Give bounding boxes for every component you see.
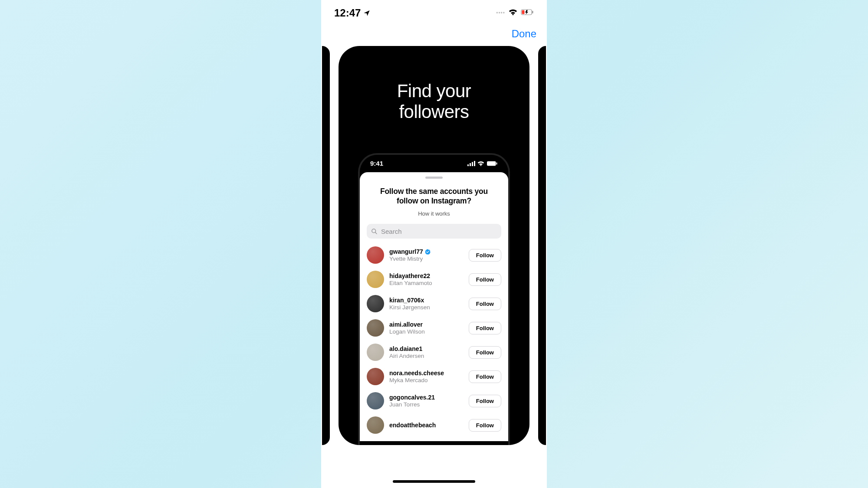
display-name: Juan Torres [389,401,464,408]
display-name: Yvette Mistry [389,255,464,262]
avatar[interactable] [367,271,384,288]
mockup-status-bar: 9:41 [360,155,508,172]
user-row[interactable]: alo.daiane1Airi AndersenFollow [367,340,501,364]
cellular-icon [467,161,475,166]
user-text: endoatthebeach [389,422,464,429]
display-name: Eitan Yamamoto [389,280,464,286]
svg-rect-6 [474,161,475,166]
preview-title-line: Find your [397,81,471,102]
follow-button[interactable]: Follow [469,419,501,432]
preview-card: Find your followers 9:41 Follow the same… [339,46,529,445]
follow-button[interactable]: Follow [469,346,501,359]
battery-icon [487,161,498,166]
user-text: aimi.alloverLogan Wilson [389,321,464,335]
user-text: alo.daiane1Airi Andersen [389,345,464,359]
username: gogoncalves.21 [389,394,464,401]
verified-badge-icon [425,249,431,255]
user-text: gogoncalves.21Juan Torres [389,394,464,408]
user-text: nora.needs.cheeseMyka Mercado [389,370,464,383]
user-list: gwangurl77Yvette MistryFollowhidayathere… [360,243,508,437]
username: endoatthebeach [389,422,464,429]
avatar[interactable] [367,416,384,434]
preview-title-line: followers [397,102,471,122]
search-icon [371,228,378,235]
mockup-time: 9:41 [370,160,383,167]
done-button[interactable]: Done [512,28,536,40]
display-name: Logan Wilson [389,328,464,335]
follow-button[interactable]: Follow [469,249,501,262]
user-row[interactable]: kiran_0706xKirsi JørgensenFollow [367,291,501,316]
location-icon [363,7,370,19]
search-container: Search [360,224,508,243]
svg-rect-3 [467,164,469,166]
username: alo.daiane1 [389,345,464,352]
status-left: 12:47 [334,7,370,19]
next-preview-card-edge[interactable] [538,46,546,445]
user-text: kiran_0706xKirsi Jørgensen [389,297,464,311]
display-name: Kirsi Jørgensen [389,304,464,311]
svg-rect-5 [472,162,473,166]
home-indicator[interactable] [393,480,475,483]
username: hidayathere22 [389,272,464,279]
wifi-icon [509,9,517,17]
sheet-title: Follow the same accounts you follow on I… [360,187,508,206]
username: aimi.allover [389,321,464,328]
follow-button[interactable]: Follow [469,298,501,310]
username: nora.needs.cheese [389,370,464,377]
how-it-works-link[interactable]: How it works [360,210,508,217]
avatar[interactable] [367,392,384,409]
display-name: Airi Andersen [389,353,464,359]
status-right: •••• [496,9,534,17]
avatar[interactable] [367,344,384,361]
mockup-phone: 9:41 Follow the same accounts you follow… [358,153,510,445]
status-time: 12:47 [334,7,361,19]
avatar[interactable] [367,246,384,264]
nav-bar: Done [321,26,547,46]
user-row[interactable]: gogoncalves.21Juan TorresFollow [367,389,501,413]
user-row[interactable]: aimi.alloverLogan WilsonFollow [367,316,501,340]
prev-preview-card-edge[interactable] [322,46,330,445]
drag-handle[interactable] [425,177,443,179]
user-row[interactable]: nora.needs.cheeseMyka MercadoFollow [367,364,501,389]
user-row[interactable]: hidayathere22Eitan YamamotoFollow [367,267,501,291]
username: gwangurl77 [389,248,464,255]
avatar[interactable] [367,295,384,312]
user-row[interactable]: endoatthebeachFollow [367,413,501,437]
follow-button[interactable]: Follow [469,322,501,334]
svg-rect-8 [496,162,497,164]
status-bar: 12:47 •••• [321,0,547,26]
svg-rect-2 [532,11,533,13]
preview-carousel[interactable]: Find your followers 9:41 Follow the same… [321,46,547,449]
follow-button[interactable]: Follow [469,273,501,286]
follow-button[interactable]: Follow [469,395,501,407]
user-text: hidayathere22Eitan Yamamoto [389,272,464,286]
follow-button[interactable]: Follow [469,370,501,383]
svg-line-10 [375,232,377,233]
app-store-preview-screen: 12:47 •••• Done Find your followers [321,0,547,488]
svg-rect-1 [522,10,525,14]
search-placeholder: Search [381,228,402,235]
display-name: Myka Mercado [389,377,464,383]
find-followers-sheet: Follow the same accounts you follow on I… [360,172,508,441]
svg-rect-4 [470,163,471,166]
mockup-status-icons [467,161,498,166]
user-row[interactable]: gwangurl77Yvette MistryFollow [367,243,501,267]
username: kiran_0706x [389,297,464,304]
battery-low-charging-icon [521,9,534,17]
search-input[interactable]: Search [367,224,501,239]
avatar[interactable] [367,368,384,385]
cellular-dots-icon: •••• [496,10,505,16]
user-text: gwangurl77Yvette Mistry [389,248,464,262]
svg-rect-7 [487,161,496,165]
wifi-icon [477,161,484,166]
avatar[interactable] [367,319,384,337]
preview-title: Find your followers [397,81,471,123]
